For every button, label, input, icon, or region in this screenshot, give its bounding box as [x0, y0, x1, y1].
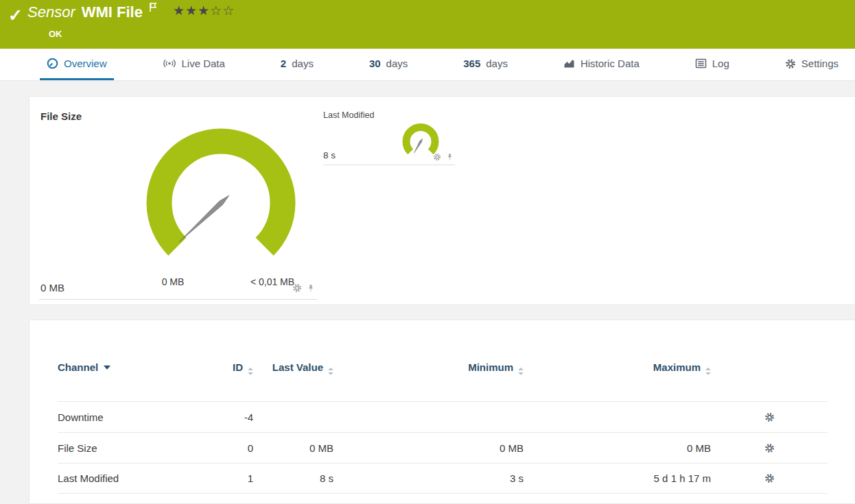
overview-gauge-icon	[47, 58, 58, 69]
cell-id: 1	[195, 472, 253, 484]
file-size-gauge	[132, 124, 310, 282]
table-row[interactable]: Last Modified 1 8 s 3 s 5 d 1 h 17 m	[58, 463, 828, 494]
tab-label: Overview	[64, 58, 107, 69]
flag-icon[interactable]	[149, 0, 157, 16]
tab-overview[interactable]: Overview	[40, 49, 114, 80]
cell-channel: Last Modified	[58, 472, 195, 484]
tab-label: Settings	[801, 58, 839, 69]
tab-bar: Overview Live Data 2 days 30 days 365 da…	[0, 49, 855, 81]
log-icon	[695, 58, 707, 69]
tab-number: 2	[281, 58, 286, 69]
cell-id: -4	[195, 411, 253, 423]
last-modified-gauge-tile: Last Modified 8 s	[323, 110, 455, 165]
sort-desc-icon	[104, 365, 110, 370]
tab-30-days[interactable]: 30 days	[362, 49, 414, 80]
tab-log[interactable]: Log	[688, 49, 736, 80]
cell-minimum: 3 s	[333, 472, 524, 484]
table-row[interactable]: Downtime -4	[58, 401, 828, 432]
priority-stars[interactable]: ★★★☆☆	[173, 3, 235, 19]
status-badge: OK	[49, 29, 62, 39]
cell-channel: Downtime	[58, 411, 195, 423]
sort-icon	[328, 368, 333, 375]
cell-id: 0	[195, 442, 253, 454]
gauge-settings-gear-icon[interactable]	[292, 283, 302, 293]
sensor-name: WMI File	[82, 3, 143, 21]
tab-365-days[interactable]: 365 days	[456, 49, 515, 80]
cell-last-value: 8 s	[253, 472, 333, 484]
channel-settings-gear-icon[interactable]	[764, 473, 775, 483]
sort-icon	[705, 368, 711, 375]
column-header-channel[interactable]: Channel	[58, 360, 195, 375]
tab-label: days	[292, 58, 314, 69]
table-row[interactable]: File Size 0 0 MB 0 MB 0 MB	[58, 432, 828, 463]
tab-live-data[interactable]: Live Data	[156, 49, 232, 80]
column-header-last-value[interactable]: Last Value	[253, 360, 333, 375]
cell-minimum: 0 MB	[333, 442, 524, 454]
sort-icon	[248, 368, 253, 375]
tab-label: Live Data	[182, 58, 225, 69]
settings-gear-icon	[785, 58, 796, 69]
cell-channel: File Size	[58, 442, 195, 454]
channels-table: Channel ID Last Value Minimum Maximum Do…	[58, 360, 828, 494]
gauge-pin-icon[interactable]	[307, 284, 315, 293]
sensor-header: ✓ Sensor WMI File ★★★☆☆ OK	[0, 0, 855, 49]
channel-settings-gear-icon[interactable]	[764, 412, 775, 422]
tab-2-days[interactable]: 2 days	[274, 49, 320, 80]
live-data-icon	[163, 58, 176, 69]
tab-label: days	[486, 58, 508, 69]
cell-maximum: 0 MB	[524, 442, 711, 454]
sensor-kicker: Sensor	[27, 3, 75, 21]
table-header-row: Channel ID Last Value Minimum Maximum	[58, 360, 828, 401]
tab-number: 30	[369, 58, 381, 69]
gauges-panel: File Size 0 MB < 0,01 MB 0 MB Last Modif…	[29, 96, 855, 305]
gauge-settings-gear-icon[interactable]	[433, 153, 441, 161]
column-header-maximum[interactable]: Maximum	[524, 360, 711, 375]
historic-data-icon	[563, 58, 575, 69]
cell-maximum: 5 d 1 h 17 m	[524, 472, 711, 484]
tab-number: 365	[463, 58, 480, 69]
tab-label: Log	[712, 58, 729, 69]
tab-settings[interactable]: Settings	[778, 49, 845, 80]
column-header-id[interactable]: ID	[195, 360, 253, 375]
file-size-gauge-tile: File Size 0 MB < 0,01 MB 0 MB	[39, 105, 318, 300]
gauge-min-label: 0 MB	[139, 276, 207, 287]
channel-settings-gear-icon[interactable]	[764, 443, 775, 453]
cell-last-value: 0 MB	[253, 442, 333, 454]
gauge-title: Last Modified	[323, 110, 374, 120]
column-header-minimum[interactable]: Minimum	[333, 360, 524, 375]
gauge-title: File Size	[40, 110, 82, 122]
gauge-value: 8 s	[323, 150, 336, 160]
gauge-pin-icon[interactable]	[446, 153, 454, 161]
tab-label: days	[386, 58, 408, 69]
tab-label: Historic Data	[581, 58, 640, 69]
channels-panel: Channel ID Last Value Minimum Maximum Do…	[29, 320, 855, 504]
sensor-title: Sensor WMI File	[27, 3, 157, 21]
status-check-icon: ✓	[8, 5, 23, 25]
sort-icon	[518, 368, 524, 375]
tab-historic-data[interactable]: Historic Data	[557, 49, 646, 80]
gauge-value: 0 MB	[40, 282, 65, 293]
